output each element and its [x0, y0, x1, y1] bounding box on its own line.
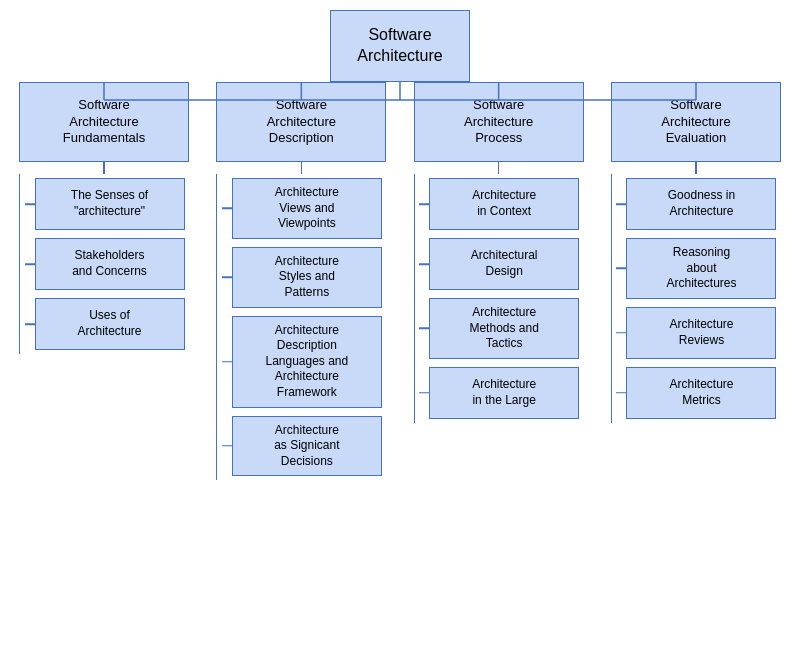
child-wrapper: Architectural Design — [419, 234, 579, 294]
column-fundamentals: Software Architecture FundamentalsThe Se… — [9, 82, 199, 480]
child-node: Architecture Description Languages and A… — [232, 316, 382, 408]
child-wrapper: Architecture as Signicant Decisions — [222, 412, 382, 481]
child-wrapper: Stakeholders and Concerns — [25, 234, 185, 294]
horiz-connector — [25, 323, 35, 325]
child-wrapper: Architecture Description Languages and A… — [222, 312, 382, 412]
child-node: The Senses of "architecture" — [35, 178, 185, 230]
child-node: Architecture Methods and Tactics — [429, 298, 579, 359]
child-wrapper: Architecture Metrics — [616, 363, 776, 423]
vert-connector — [103, 162, 105, 174]
horiz-connector — [25, 203, 35, 205]
child-node: Architecture in Context — [429, 178, 579, 230]
horiz-connector — [616, 268, 626, 270]
level2-node-evaluation: Software Architecture Evaluation — [611, 82, 781, 162]
child-node: Architecture Styles and Patterns — [232, 247, 382, 308]
horiz-connector — [616, 203, 626, 205]
horiz-connector — [419, 392, 429, 394]
child-wrapper: Goodness in Architecture — [616, 174, 776, 234]
children-description: Architecture Views and ViewpointsArchite… — [216, 174, 386, 480]
child-wrapper: Architecture Styles and Patterns — [222, 243, 382, 312]
horiz-connector — [616, 332, 626, 334]
horiz-connector — [419, 328, 429, 330]
level2-node-process: Software Architecture Process — [414, 82, 584, 162]
child-node: Goodness in Architecture — [626, 178, 776, 230]
child-node: Architecture Reviews — [626, 307, 776, 359]
child-wrapper: Architecture Reviews — [616, 303, 776, 363]
child-wrapper: The Senses of "architecture" — [25, 174, 185, 234]
children-process: Architecture in ContextArchitectural Des… — [414, 174, 584, 423]
child-wrapper: Reasoning about Architectures — [616, 234, 776, 303]
child-wrapper: Architecture Views and Viewpoints — [222, 174, 382, 243]
horiz-connector — [222, 361, 232, 363]
columns-container: Software Architecture FundamentalsThe Se… — [5, 82, 795, 480]
horiz-connector — [616, 392, 626, 394]
child-wrapper: Architecture in the Large — [419, 363, 579, 423]
horiz-connector — [222, 445, 232, 447]
level2-node-description: Software Architecture Description — [216, 82, 386, 162]
child-node: Stakeholders and Concerns — [35, 238, 185, 290]
diagram: Software Architecture Software Architect… — [0, 0, 800, 490]
children-evaluation: Goodness in ArchitectureReasoning about … — [611, 174, 781, 423]
child-node: Reasoning about Architectures — [626, 238, 776, 299]
vert-connector — [695, 162, 697, 174]
horiz-connector — [222, 276, 232, 278]
child-node: Uses of Architecture — [35, 298, 185, 350]
child-node: Architecture in the Large — [429, 367, 579, 419]
horiz-connector — [222, 208, 232, 210]
child-wrapper: Architecture Methods and Tactics — [419, 294, 579, 363]
horiz-connector — [419, 203, 429, 205]
horiz-connector — [25, 263, 35, 265]
child-node: Architectural Design — [429, 238, 579, 290]
column-description: Software Architecture DescriptionArchite… — [206, 82, 396, 480]
column-evaluation: Software Architecture EvaluationGoodness… — [601, 82, 791, 480]
horiz-connector — [419, 263, 429, 265]
child-node: Architecture as Signicant Decisions — [232, 416, 382, 477]
child-wrapper: Uses of Architecture — [25, 294, 185, 354]
root-container: Software Architecture — [5, 10, 795, 82]
child-node: Architecture Views and Viewpoints — [232, 178, 382, 239]
level2-node-fundamentals: Software Architecture Fundamentals — [19, 82, 189, 162]
child-node: Architecture Metrics — [626, 367, 776, 419]
vert-connector — [498, 162, 500, 174]
child-wrapper: Architecture in Context — [419, 174, 579, 234]
root-node: Software Architecture — [330, 10, 470, 82]
column-process: Software Architecture ProcessArchitectur… — [404, 82, 594, 480]
vert-connector — [301, 162, 303, 174]
children-fundamentals: The Senses of "architecture"Stakeholders… — [19, 174, 189, 354]
